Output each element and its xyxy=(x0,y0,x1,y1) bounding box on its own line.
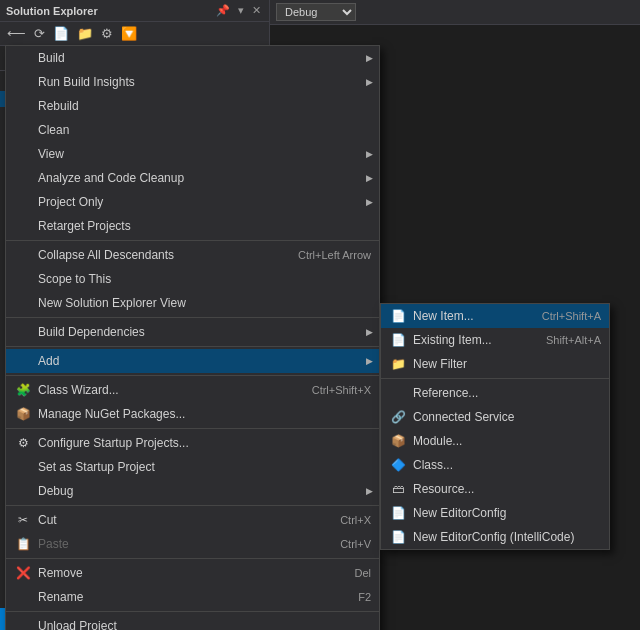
menu-item-view[interactable]: View xyxy=(6,142,379,166)
submenu-label-resource: Resource... xyxy=(413,482,601,496)
submenu-label-new-filter: New Filter xyxy=(413,357,601,371)
menu-item-configure-startup[interactable]: ⚙ Configure Startup Projects... xyxy=(6,431,379,455)
menu-item-debug[interactable]: Debug xyxy=(6,479,379,503)
menu-item-collapse-all[interactable]: Collapse All Descendants Ctrl+Left Arrow xyxy=(6,243,379,267)
menu-label-cut: Cut xyxy=(38,513,324,527)
menu-label-clean: Clean xyxy=(38,123,371,137)
submenu-item-reference[interactable]: Reference... xyxy=(381,381,609,405)
close-icon[interactable]: ✕ xyxy=(250,3,263,18)
menu-label-debug: Debug xyxy=(38,484,371,498)
menu-item-rename[interactable]: Rename F2 xyxy=(6,585,379,609)
submenu-label-module: Module... xyxy=(413,434,601,448)
menu-label-analyze: Analyze and Code Cleanup xyxy=(38,171,371,185)
menu-item-unload[interactable]: Unload Project xyxy=(6,614,379,630)
submenu-item-new-item[interactable]: 📄 New Item... Ctrl+Shift+A xyxy=(381,304,609,328)
submenu-item-editorconfig-intellicode[interactable]: 📄 New EditorConfig (IntelliCode) xyxy=(381,525,609,549)
panel-title-bar: Solution Explorer 📌 ▾ ✕ xyxy=(0,0,269,22)
set-startup-icon xyxy=(14,458,32,476)
reference-icon xyxy=(389,384,407,402)
debug-icon xyxy=(14,482,32,500)
menu-item-clean[interactable]: Clean xyxy=(6,118,379,142)
new-view-icon xyxy=(14,294,32,312)
menu-label-retarget: Retarget Projects xyxy=(38,219,371,233)
remove-icon: ❌ xyxy=(14,564,32,582)
menu-item-cut[interactable]: ✂ Cut Ctrl+X xyxy=(6,508,379,532)
menu-item-add[interactable]: Add xyxy=(6,349,379,373)
retarget-icon xyxy=(14,217,32,235)
menu-item-class-wizard[interactable]: 🧩 Class Wizard... Ctrl+Shift+X xyxy=(6,378,379,402)
analyze-icon xyxy=(14,169,32,187)
context-menu: Build Run Build Insights Rebuild Clean V… xyxy=(5,45,380,630)
debug-select[interactable]: Debug xyxy=(276,3,356,21)
menu-label-view: View xyxy=(38,147,371,161)
menu-item-project-only[interactable]: Project Only xyxy=(6,190,379,214)
submenu-label-reference: Reference... xyxy=(413,386,601,400)
submenu-item-connected-service[interactable]: 🔗 Connected Service xyxy=(381,405,609,429)
submenu-label-existing-item: Existing Item... xyxy=(413,333,546,347)
submenu-item-existing-item[interactable]: 📄 Existing Item... Shift+Alt+A xyxy=(381,328,609,352)
solution-explorer-toolbar: ⟵ ⟳ 📄 📁 ⚙ 🔽 xyxy=(0,22,269,46)
configure-icon: ⚙ xyxy=(14,434,32,452)
menu-item-nuget[interactable]: 📦 Manage NuGet Packages... xyxy=(6,402,379,426)
connected-service-icon: 🔗 xyxy=(389,408,407,426)
settings-icon[interactable]: ⚙ xyxy=(98,24,116,43)
menu-item-new-sol-view[interactable]: New Solution Explorer View xyxy=(6,291,379,315)
add-icon xyxy=(14,352,32,370)
menu-label-scope: Scope to This xyxy=(38,272,371,286)
separator-2 xyxy=(6,317,379,318)
separator-5 xyxy=(6,428,379,429)
menu-label-configure: Configure Startup Projects... xyxy=(38,436,371,450)
submenu-label-editorconfig-intellicode: New EditorConfig (IntelliCode) xyxy=(413,530,601,544)
filter-icon[interactable]: 🔽 xyxy=(118,24,140,43)
submenu-item-resource[interactable]: 🗃 Resource... xyxy=(381,477,609,501)
submenu-item-new-filter[interactable]: 📁 New Filter xyxy=(381,352,609,376)
menu-label-rename: Rename xyxy=(38,590,342,604)
shortcut-collapse: Ctrl+Left Arrow xyxy=(298,249,371,261)
cut-icon: ✂ xyxy=(14,511,32,529)
add-submenu: 📄 New Item... Ctrl+Shift+A 📄 Existing It… xyxy=(380,303,610,550)
shortcut-cut: Ctrl+X xyxy=(340,514,371,526)
menu-item-build-deps[interactable]: Build Dependencies xyxy=(6,320,379,344)
menu-label-class-wizard: Class Wizard... xyxy=(38,383,296,397)
menu-label-nuget: Manage NuGet Packages... xyxy=(38,407,371,421)
menu-item-analyze[interactable]: Analyze and Code Cleanup xyxy=(6,166,379,190)
editorconfig-intellicode-icon: 📄 xyxy=(389,528,407,546)
menu-item-scope[interactable]: Scope to This xyxy=(6,267,379,291)
menu-item-retarget-projects[interactable]: Retarget Projects xyxy=(6,214,379,238)
menu-item-rebuild[interactable]: Rebuild xyxy=(6,94,379,118)
rename-icon xyxy=(14,588,32,606)
menu-label-build: Build xyxy=(38,51,371,65)
back-icon[interactable]: ⟵ xyxy=(4,24,29,43)
menu-item-remove[interactable]: ❌ Remove Del xyxy=(6,561,379,585)
submenu-item-module[interactable]: 📦 Module... xyxy=(381,429,609,453)
panel-title: Solution Explorer xyxy=(6,5,98,17)
nuget-icon: 📦 xyxy=(14,405,32,423)
pin-icon[interactable]: 📌 xyxy=(214,3,232,18)
build-deps-icon xyxy=(14,323,32,341)
menu-label-remove: Remove xyxy=(38,566,338,580)
right-toolbar: Debug xyxy=(270,0,640,25)
separator-1 xyxy=(6,240,379,241)
rebuild-icon xyxy=(14,97,32,115)
menu-label-insights: Run Build Insights xyxy=(38,75,371,89)
existing-item-icon: 📄 xyxy=(389,331,407,349)
shortcut-class-wizard: Ctrl+Shift+X xyxy=(312,384,371,396)
scope-icon xyxy=(14,270,32,288)
menu-item-build[interactable]: Build xyxy=(6,46,379,70)
chevron-icon[interactable]: ▾ xyxy=(236,3,246,18)
menu-label-set-startup: Set as Startup Project xyxy=(38,460,371,474)
menu-item-paste[interactable]: 📋 Paste Ctrl+V xyxy=(6,532,379,556)
build-icon xyxy=(14,49,32,67)
submenu-label-editorconfig: New EditorConfig xyxy=(413,506,601,520)
menu-item-run-build-insights[interactable]: Run Build Insights xyxy=(6,70,379,94)
folder-icon[interactable]: 📁 xyxy=(74,24,96,43)
new-solution-icon[interactable]: 📄 xyxy=(50,24,72,43)
editorconfig-icon: 📄 xyxy=(389,504,407,522)
class-wizard-icon: 🧩 xyxy=(14,381,32,399)
menu-item-set-startup[interactable]: Set as Startup Project xyxy=(6,455,379,479)
module-icon: 📦 xyxy=(389,432,407,450)
menu-label-add: Add xyxy=(38,354,371,368)
refresh-icon[interactable]: ⟳ xyxy=(31,24,48,43)
submenu-item-editorconfig[interactable]: 📄 New EditorConfig xyxy=(381,501,609,525)
submenu-item-class[interactable]: 🔷 Class... xyxy=(381,453,609,477)
